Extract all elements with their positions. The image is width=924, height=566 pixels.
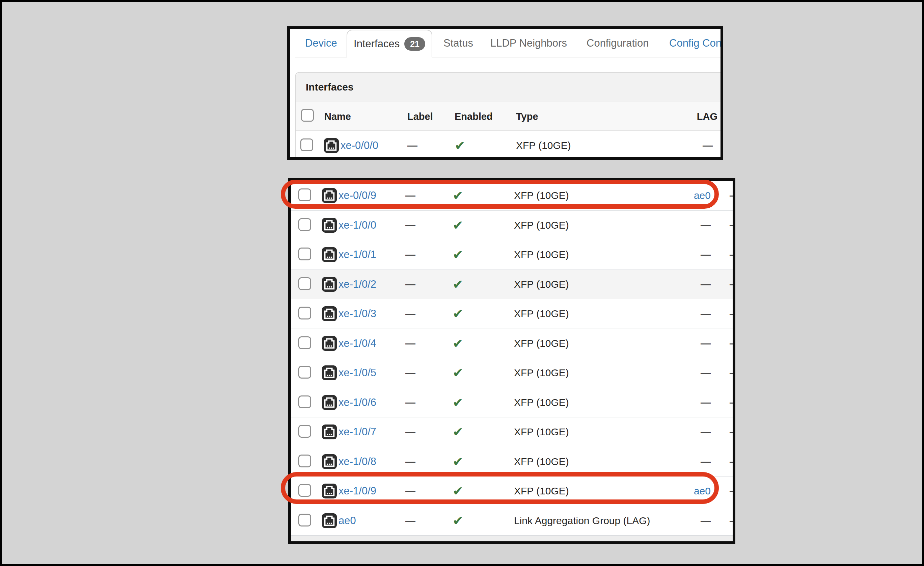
enabled-check-icon: ✔ — [454, 139, 465, 152]
row-checkbox[interactable] — [298, 248, 311, 260]
type-value: XFP (10GE) — [514, 397, 569, 408]
interface-link[interactable]: xe-1/0/8 — [339, 456, 376, 468]
row-checkbox-cell — [298, 218, 311, 232]
interface-link[interactable]: xe-0/0/0 — [340, 140, 378, 152]
enabled-check-icon: ✔ — [453, 455, 464, 468]
lag-value: — — [660, 220, 711, 231]
lag-value: — — [660, 249, 711, 260]
interface-link[interactable]: xe-1/0/6 — [339, 396, 376, 409]
ethernet-port-icon — [322, 424, 337, 440]
label-value: — — [405, 308, 416, 319]
label-value: — — [405, 190, 416, 201]
label-value: — — [405, 456, 416, 467]
tab-interfaces-label: Interfaces — [354, 38, 400, 50]
row-checkbox[interactable] — [298, 514, 311, 527]
interface-link[interactable]: xe-1/0/1 — [339, 248, 376, 261]
overflow-dash: — — [730, 485, 735, 497]
type-value: XFP (10GE) — [514, 456, 569, 467]
enabled-check-icon: ✔ — [453, 248, 464, 261]
type-value: XFP (10GE) — [514, 308, 569, 319]
interface-link[interactable]: xe-1/0/5 — [339, 367, 376, 379]
label-value: — — [405, 485, 416, 497]
row-checkbox[interactable] — [298, 188, 311, 201]
table-row: xe-0/0/9 — ✔ XFP (10GE) ae0 — — [291, 181, 733, 211]
interface-link[interactable]: xe-1/0/4 — [339, 337, 376, 349]
row-checkbox[interactable] — [298, 425, 311, 438]
ethernet-port-icon — [322, 336, 337, 351]
row-checkbox[interactable] — [298, 484, 311, 497]
select-all-checkbox[interactable] — [301, 109, 314, 122]
row-checkbox-cell — [298, 188, 311, 203]
row-checkbox[interactable] — [298, 218, 311, 231]
label-value: — — [405, 278, 416, 290]
interface-link[interactable]: xe-1/0/3 — [339, 308, 376, 320]
overflow-dash: — — [730, 456, 735, 467]
lag-link[interactable]: ae0 — [660, 190, 711, 201]
row-checkbox[interactable] — [298, 455, 311, 467]
tab-config-contexts[interactable]: Config Conte — [669, 29, 723, 57]
ethernet-port-icon — [322, 513, 337, 528]
lag-value: — — [660, 515, 711, 527]
enabled-check-icon: ✔ — [453, 278, 464, 291]
interface-link[interactable]: xe-1/0/9 — [339, 485, 376, 497]
type-value: XFP (10GE) — [514, 278, 569, 290]
interface-link[interactable]: xe-1/0/7 — [339, 426, 376, 438]
type-value: Link Aggregation Group (LAG) — [514, 515, 650, 527]
table-row: xe-1/0/1 — ✔ XFP (10GE) — — — [291, 240, 733, 270]
column-header-lag[interactable]: LAG — [667, 111, 717, 122]
table-row: xe-1/0/7 — ✔ XFP (10GE) — — — [291, 417, 733, 447]
interface-link[interactable]: xe-0/0/9 — [339, 190, 376, 202]
ethernet-port-icon — [322, 306, 337, 322]
row-checkbox[interactable] — [298, 396, 311, 408]
tab-interfaces[interactable]: Interfaces 21 — [346, 30, 432, 57]
interfaces-count-badge: 21 — [404, 37, 425, 51]
row-checkbox[interactable] — [298, 307, 311, 319]
row-checkbox-cell — [298, 336, 311, 351]
interface-link[interactable]: xe-1/0/0 — [339, 219, 376, 231]
row-checkbox-cell — [298, 277, 311, 291]
lag-value: — — [660, 367, 711, 379]
column-header-name[interactable]: Name — [324, 111, 351, 122]
tab-device[interactable]: Device — [305, 29, 337, 57]
type-value: XFP (10GE) — [514, 426, 569, 438]
enabled-check-icon: ✔ — [453, 307, 464, 320]
screenshot-frame: Device Interfaces 21 Status LLDP Neighbo… — [0, 0, 924, 566]
table-row: xe-1/0/3 — ✔ XFP (10GE) — — — [291, 299, 733, 329]
column-header-type[interactable]: Type — [516, 111, 538, 122]
lag-value: — — [660, 397, 711, 408]
enabled-check-icon: ✔ — [453, 426, 464, 438]
row-checkbox[interactable] — [300, 138, 313, 151]
enabled-check-icon: ✔ — [453, 485, 464, 497]
ethernet-port-icon — [322, 365, 337, 381]
type-value: XFP (10GE) — [516, 140, 571, 151]
tab-configuration[interactable]: Configuration — [586, 29, 649, 57]
lag-link[interactable]: ae0 — [660, 485, 711, 497]
row-checkbox[interactable] — [298, 336, 311, 349]
ethernet-port-icon — [324, 138, 339, 153]
lag-value: — — [662, 140, 713, 151]
label-value: — — [407, 140, 417, 151]
interface-link[interactable]: xe-1/0/2 — [339, 278, 376, 291]
type-value: XFP (10GE) — [514, 190, 569, 201]
lag-value: — — [660, 308, 711, 319]
select-all-cell — [301, 109, 314, 124]
label-value: — — [405, 338, 416, 349]
column-header-enabled[interactable]: Enabled — [454, 111, 493, 122]
tab-status[interactable]: Status — [444, 29, 473, 57]
row-checkbox-cell — [298, 307, 311, 321]
row-checkbox[interactable] — [298, 277, 311, 290]
ethernet-port-icon — [322, 454, 337, 470]
bottom-table-rows: xe-0/0/9 — ✔ XFP (10GE) ae0 — xe-1/0/0 —… — [291, 181, 733, 536]
lag-value: — — [660, 278, 711, 290]
column-header-label[interactable]: Label — [407, 111, 433, 122]
ethernet-port-icon — [322, 188, 337, 203]
interface-link[interactable]: ae0 — [339, 515, 356, 527]
overflow-dash: — — [730, 278, 735, 290]
row-checkbox[interactable] — [298, 366, 311, 379]
next-row-partial — [291, 536, 733, 541]
label-value: — — [405, 515, 416, 527]
top-panel: Device Interfaces 21 Status LLDP Neighbo… — [287, 26, 723, 160]
label-value: — — [405, 249, 416, 260]
tab-lldp-neighbors[interactable]: LLDP Neighbors — [490, 29, 567, 57]
table-row: xe-1/0/5 — ✔ XFP (10GE) — — — [291, 358, 733, 388]
